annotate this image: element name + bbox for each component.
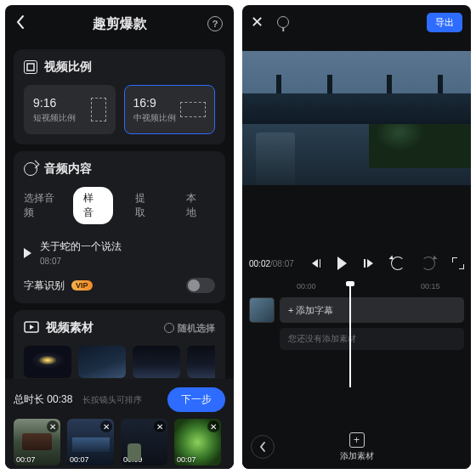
redo-button[interactable]	[422, 257, 435, 270]
material-track[interactable]: 您还没有添加素材	[280, 328, 464, 350]
total-duration-value: 00:38	[47, 393, 72, 405]
ratio-shape-icon	[91, 98, 106, 121]
remove-clip-button[interactable]: ✕	[207, 420, 219, 432]
subtitle-recog-label: 字幕识别	[24, 279, 65, 293]
material-thumb[interactable]	[78, 346, 126, 378]
total-time: 08:07	[273, 259, 294, 268]
add-subtitle-label: + 添加字幕	[288, 304, 333, 317]
clip-duration: 00:07	[70, 455, 89, 464]
ratio-value: 9:16	[33, 96, 76, 110]
export-button[interactable]: 导出	[427, 13, 462, 32]
help-button[interactable]: ?	[207, 5, 224, 42]
prev-icon	[312, 259, 318, 268]
help-icon: ?	[207, 16, 223, 31]
chevron-left-icon	[15, 14, 26, 34]
ruler-mark: 00:15	[421, 282, 440, 291]
right-editor-screen: ✕ 导出 00:02/08:07	[242, 5, 471, 469]
choose-audio-label: 选择音频	[24, 191, 61, 220]
play-rect-icon	[24, 321, 39, 336]
ratio-value: 16:9	[133, 96, 176, 110]
clip-duration: 00:09	[123, 455, 143, 464]
add-material-button[interactable]: + 添加素材	[283, 432, 430, 462]
aspect-ratio-card: 视频比例 9:16 短视频比例 16:9 中视频比例	[14, 49, 225, 144]
timeline[interactable]: + 添加字幕 您还没有添加素材	[242, 294, 471, 370]
add-material-label: 添加素材	[340, 450, 374, 462]
ratio-option-9-16[interactable]: 9:16 短视频比例	[24, 85, 116, 134]
bottom-back-button[interactable]	[251, 435, 275, 459]
tips-button[interactable]	[277, 16, 289, 28]
aspect-ratio-title: 视频比例	[44, 59, 92, 75]
clip-thumb[interactable]: ✕ 00:07	[14, 419, 60, 466]
audio-tab-local[interactable]: 本地	[176, 187, 215, 224]
editor-header: ✕ 导出	[242, 5, 471, 39]
timeline-clip-thumb[interactable]	[249, 297, 275, 323]
total-duration-label: 总时长	[14, 393, 44, 405]
next-button[interactable]: 下一步	[167, 387, 225, 412]
random-label: 随机选择	[178, 322, 215, 335]
track-name: 关于蛇的一个说法	[40, 240, 122, 254]
add-material-icon: +	[349, 432, 365, 448]
undo-button[interactable]	[391, 257, 405, 270]
aspect-ratio-icon	[24, 60, 37, 74]
svg-rect-0	[27, 64, 34, 71]
materials-card: 视频素材 随机选择	[14, 310, 225, 387]
next-icon	[367, 259, 373, 268]
vip-badge: VIP	[71, 280, 93, 291]
subtitle-recognition-row: 字幕识别 VIP	[24, 274, 215, 293]
play-button[interactable]	[337, 257, 347, 270]
fullscreen-button[interactable]	[452, 257, 464, 269]
clip-duration: 00:07	[177, 455, 196, 464]
clip-duration: 00:07	[16, 455, 36, 464]
audio-tab-extract[interactable]: 提取	[125, 187, 164, 224]
material-thumb[interactable]	[187, 346, 215, 378]
header: 趣剪爆款 ?	[5, 5, 234, 42]
editor-bottom-bar: + 添加素材	[242, 425, 471, 469]
ratio-shape-icon	[180, 102, 206, 117]
subtitle-switch[interactable]	[186, 278, 215, 293]
empty-material-label: 您还没有添加素材	[288, 333, 356, 345]
clip-thumb[interactable]: ✕ 00:07	[67, 419, 114, 466]
audio-track-row[interactable]: 关于蛇的一个说法 08:07	[24, 234, 215, 274]
materials-title: 视频素材	[46, 320, 94, 336]
prev-frame-button[interactable]	[312, 259, 321, 268]
audio-card: 音频内容 选择音频 样音 提取 本地 关于蛇的一个说法 08:07 字幕识别 V…	[14, 151, 225, 303]
play-icon	[24, 248, 31, 258]
back-button[interactable]	[15, 5, 26, 42]
material-thumb[interactable]	[133, 346, 180, 378]
radio-icon	[164, 323, 174, 333]
ratio-label: 中视频比例	[133, 112, 176, 124]
remove-clip-button[interactable]: ✕	[47, 420, 59, 432]
left-app-screen: 趣剪爆款 ? 视频比例 9:16 短视频比例 16:9 中视频比例	[5, 5, 234, 469]
reorder-hint: 长按镜头可排序	[82, 395, 142, 404]
audio-title: 音频内容	[44, 161, 92, 177]
time-ruler[interactable]: 00:00 00:15	[242, 282, 471, 294]
current-time: 00:02	[249, 259, 270, 268]
remove-clip-button[interactable]: ✕	[154, 420, 166, 432]
materials-row	[24, 346, 215, 380]
close-button[interactable]: ✕	[251, 13, 264, 31]
ratio-option-16-9[interactable]: 16:9 中视频比例	[124, 85, 216, 134]
selected-clips-tray: 总时长 00:38 长按镜头可排序 下一步 ✕ 00:07 ✕ 00:07 ✕ …	[5, 379, 234, 469]
next-frame-button[interactable]	[364, 259, 373, 268]
ruler-mark: 00:00	[297, 282, 316, 291]
playhead[interactable]	[349, 285, 351, 387]
ratio-label: 短视频比例	[33, 112, 76, 124]
audio-tab-sample[interactable]: 样音	[73, 187, 112, 224]
video-preview[interactable]	[242, 51, 471, 185]
playback-controls: 00:02/08:07	[242, 245, 471, 282]
random-select[interactable]: 随机选择	[164, 322, 215, 335]
audio-source-tabs: 选择音频 样音 提取 本地	[24, 187, 215, 224]
audio-icon	[24, 162, 37, 176]
material-thumb[interactable]	[24, 346, 71, 378]
page-title: 趣剪爆款	[93, 15, 147, 33]
clip-thumb[interactable]: ✕ 00:09	[121, 419, 167, 466]
subtitle-track[interactable]: + 添加字幕	[280, 297, 464, 323]
track-duration: 08:07	[40, 257, 122, 266]
time-display: 00:02/08:07	[249, 259, 294, 268]
remove-clip-button[interactable]: ✕	[100, 420, 112, 432]
clip-thumb[interactable]: ✕ 00:07	[174, 419, 221, 466]
